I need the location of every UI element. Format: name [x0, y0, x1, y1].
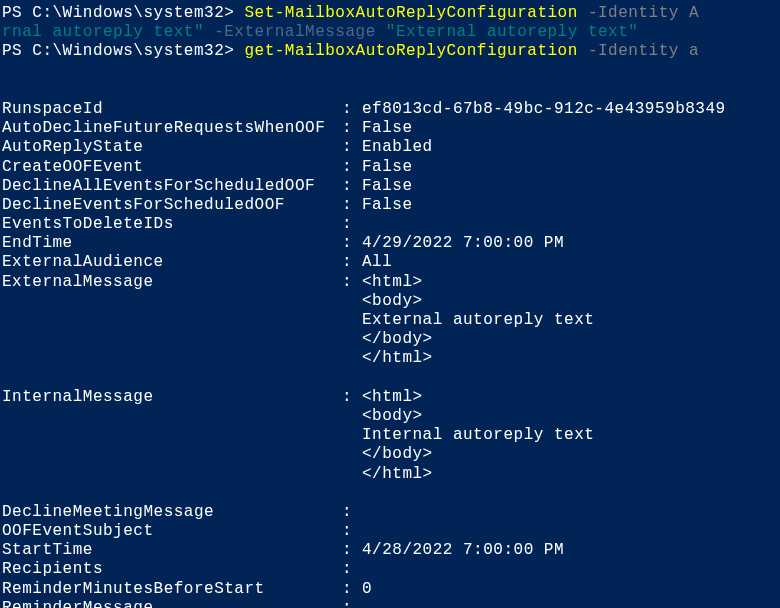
output-value: Enabled [362, 138, 778, 157]
output-row-declinemeeting: DeclineMeetingMessage : [2, 503, 778, 522]
output-key: DeclineMeetingMessage [2, 503, 342, 522]
output-row-extaudience: ExternalAudience : All [2, 253, 778, 272]
output-key: ExternalAudience [2, 253, 342, 272]
output-row-extmessage-text: External autoreply text [2, 311, 778, 330]
output-row-declineevents: DeclineEventsForScheduledOOF : False [2, 196, 778, 215]
output-key: Recipients [2, 560, 342, 579]
param-identity: -Identity [578, 42, 689, 60]
command-line-1: PS C:\Windows\system32> Set-MailboxAutoR… [2, 4, 778, 23]
output-key: ReminderMinutesBeforeStart [2, 580, 342, 599]
output-value: False [362, 119, 778, 138]
output-row-extmessage: ExternalMessage : <html> [2, 273, 778, 292]
output-value: <html> [362, 388, 778, 407]
output-value [362, 599, 778, 608]
blank-line [2, 81, 778, 100]
command-line-1-cont: rnal autoreply text" -ExternalMessage "E… [2, 23, 778, 42]
output-key: EndTime [2, 234, 342, 253]
terminal-content[interactable]: PS C:\Windows\system32> Set-MailboxAutoR… [2, 4, 778, 608]
output-value: ef8013cd-67b8-49bc-912c-4e43959b8349 [362, 100, 778, 119]
output-value: 4/29/2022 7:00:00 PM [362, 234, 778, 253]
output-value: False [362, 196, 778, 215]
output-row-runspaceid: RunspaceId : ef8013cd-67b8-49bc-912c-4e4… [2, 100, 778, 119]
output-key: CreateOOFEvent [2, 158, 342, 177]
output-row-remindermessage: ReminderMessage : [2, 599, 778, 608]
output-value: 4/28/2022 7:00:00 PM [362, 541, 778, 560]
output-row-extmessage-endbody: </body> [2, 330, 778, 349]
blank-line [2, 62, 778, 81]
output-row-eventstodelete: EventsToDeleteIDs : [2, 215, 778, 234]
output-key: InternalMessage [2, 388, 342, 407]
output-row-intmessage-text: Internal autoreply text [2, 426, 778, 445]
output-row-intmessage-endbody: </body> [2, 445, 778, 464]
cmdlet-name: get-MailboxAutoReplyConfiguration [244, 42, 577, 60]
output-key: OOFEventSubject [2, 522, 342, 541]
output-value: 0 [362, 580, 778, 599]
output-row-recipients: Recipients : [2, 560, 778, 579]
output-value: False [362, 177, 778, 196]
output-row-reminderminutes: ReminderMinutesBeforeStart : 0 [2, 580, 778, 599]
output-row-intmessage-endhtml: </html> [2, 465, 778, 484]
output-row-intmessage: InternalMessage : <html> [2, 388, 778, 407]
prompt-path: C:\Windows\system32> [32, 4, 234, 22]
output-key: ReminderMessage [2, 599, 342, 608]
blank-line [2, 484, 778, 503]
output-key: DeclineEventsForScheduledOOF [2, 196, 342, 215]
output-row-autodecline: AutoDeclineFutureRequestsWhenOOF : False [2, 119, 778, 138]
output-row-autoreplystate: AutoReplyState : Enabled [2, 138, 778, 157]
output-row-endtime: EndTime : 4/29/2022 7:00:00 PM [2, 234, 778, 253]
output-key: AutoReplyState [2, 138, 342, 157]
output-value: False [362, 158, 778, 177]
output-row-oofsubject: OOFEventSubject : [2, 522, 778, 541]
output-row-createoofevent: CreateOOFEvent : False [2, 158, 778, 177]
output-value [362, 560, 778, 579]
output-value [362, 522, 778, 541]
output-key: AutoDeclineFutureRequestsWhenOOF [2, 119, 342, 138]
output-row-intmessage-body: <body> [2, 407, 778, 426]
command-line-2: PS C:\Windows\system32> get-MailboxAutoR… [2, 42, 778, 61]
output-value: All [362, 253, 778, 272]
output-key: ExternalMessage [2, 273, 342, 292]
cmdlet-name: Set-MailboxAutoReplyConfiguration [244, 4, 577, 22]
output-key: StartTime [2, 541, 342, 560]
output-value [362, 215, 778, 234]
output-key: DeclineAllEventsForScheduledOOF [2, 177, 342, 196]
output-row-starttime: StartTime : 4/28/2022 7:00:00 PM [2, 541, 778, 560]
ps-prefix: PS [2, 4, 32, 22]
output-key: RunspaceId [2, 100, 342, 119]
output-value [362, 503, 778, 522]
ps-prefix: PS [2, 42, 32, 60]
output-row-extmessage-endhtml: </html> [2, 349, 778, 368]
output-key: EventsToDeleteIDs [2, 215, 342, 234]
output-value: <html> [362, 273, 778, 292]
param-identity: -Identity [578, 4, 689, 22]
output-row-declineall: DeclineAllEventsForScheduledOOF : False [2, 177, 778, 196]
output-row-extmessage-body: <body> [2, 292, 778, 311]
prompt-path: C:\Windows\system32> [32, 42, 234, 60]
blank-line [2, 369, 778, 388]
